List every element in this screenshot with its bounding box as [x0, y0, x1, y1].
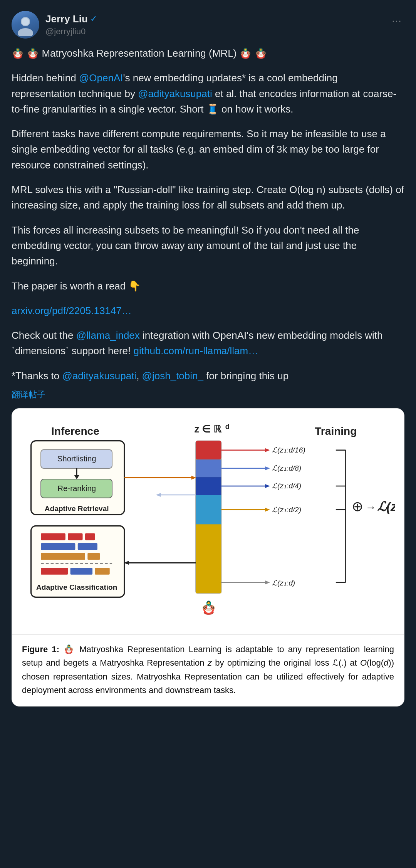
svg-rect-15 — [85, 533, 95, 540]
svg-rect-14 — [68, 533, 82, 540]
tweet-para-1: Hidden behind @OpenAI's new embedding up… — [12, 70, 404, 117]
svg-rect-22 — [70, 568, 92, 575]
svg-rect-18 — [41, 553, 85, 560]
figure-caption-text: Figure 1: 🪆 Matryoshka Representation Le… — [22, 643, 394, 697]
svg-text:ℒ(z₁:d/2): ℒ(z₁:d/2) — [272, 506, 301, 514]
svg-text:ℒ(z₁:d/8): ℒ(z₁:d/8) — [272, 464, 301, 473]
tweet-para-3: MRL solves this with a "Russian-doll" li… — [12, 182, 404, 213]
svg-text:Re-ranking: Re-ranking — [57, 484, 96, 493]
svg-rect-30 — [196, 477, 221, 495]
mention-adityakusupati[interactable]: @adityakusupati — [138, 88, 212, 99]
svg-marker-48 — [265, 508, 270, 511]
svg-text:🪆: 🪆 — [201, 600, 217, 616]
tweet-header-left: Jerry Liu ✓ @jerryjliu0 — [12, 11, 97, 39]
svg-text:ℒ(z₁:d/16): ℒ(z₁:d/16) — [272, 446, 305, 454]
svg-rect-28 — [196, 441, 221, 459]
svg-point-1 — [18, 28, 33, 36]
tweet-para-5: The paper is worth a read 👇 — [12, 278, 404, 294]
svg-text:ℒ(z₁:d): ℒ(z₁:d) — [272, 579, 295, 587]
github-link[interactable]: github.com/run-llama/llam… — [133, 345, 258, 357]
svg-text:Adaptive Retrieval: Adaptive Retrieval — [45, 505, 109, 513]
tweet-header: Jerry Liu ✓ @jerryjliu0 ··· — [12, 11, 404, 39]
figure-diagram: Inference Shortlisting Re-ranking — [12, 409, 404, 634]
more-options-button[interactable]: ··· — [389, 11, 404, 30]
svg-marker-42 — [265, 484, 270, 488]
svg-text:z ∈ ℝ: z ∈ ℝ — [195, 424, 222, 434]
svg-rect-16 — [41, 543, 75, 550]
svg-rect-32 — [196, 525, 221, 594]
user-name[interactable]: Jerry Liu — [45, 13, 88, 25]
svg-rect-17 — [78, 543, 97, 550]
user-name-row: Jerry Liu ✓ — [45, 13, 97, 25]
svg-text:Inference: Inference — [51, 425, 99, 437]
svg-marker-39 — [265, 466, 270, 470]
mention-openai[interactable]: @OpenAI — [79, 72, 123, 84]
mention-llama-index[interactable]: @llama_index — [76, 330, 140, 341]
svg-text:d: d — [225, 423, 230, 431]
verified-badge: ✓ — [90, 14, 97, 24]
svg-text:Shortlisting: Shortlisting — [57, 454, 96, 463]
tweet-para-2: Different tasks have different compute r… — [12, 126, 404, 173]
svg-marker-55 — [265, 580, 270, 584]
tweet-content: 🪆 🪆 Matryoshka Representation Learning (… — [12, 45, 404, 707]
svg-point-2 — [22, 18, 29, 25]
tweet-thanks: *Thanks to @adityakusupati, @josh_tobin_… — [12, 368, 404, 384]
svg-text:Training: Training — [315, 425, 357, 437]
mrl-diagram: Inference Shortlisting Re-ranking — [21, 420, 395, 627]
svg-rect-13 — [41, 533, 65, 540]
arxiv-link[interactable]: arxiv.org/pdf/2205.13147… — [12, 305, 132, 316]
svg-text:→: → — [365, 501, 376, 513]
mention-josh-tobin[interactable]: @josh_tobin_ — [142, 370, 203, 382]
svg-rect-21 — [41, 568, 68, 575]
tweet-container: Jerry Liu ✓ @jerryjliu0 ··· 🪆 🪆 Matryosh… — [0, 0, 416, 714]
svg-text:ℒ(z): ℒ(z) — [377, 500, 395, 514]
svg-rect-29 — [196, 459, 221, 477]
mention-adityakusupati2[interactable]: @adityakusupati — [62, 370, 137, 382]
tweet-arxiv-link: arxiv.org/pdf/2205.13147… — [12, 303, 404, 318]
avatar[interactable] — [12, 11, 39, 39]
svg-rect-19 — [87, 553, 100, 560]
svg-text:ℒ(z₁:d/4): ℒ(z₁:d/4) — [272, 482, 301, 490]
tweet-title: 🪆 🪆 Matryoshka Representation Learning (… — [12, 45, 404, 61]
figure-card: Inference Shortlisting Re-ranking — [12, 408, 404, 707]
svg-text:⊕: ⊕ — [352, 499, 363, 514]
user-handle[interactable]: @jerryjliu0 — [45, 27, 97, 37]
svg-marker-62 — [156, 493, 161, 497]
svg-text:Adaptive Classification: Adaptive Classification — [36, 583, 117, 591]
tweet-para-4: This forces all increasing subsets to be… — [12, 222, 404, 269]
figure-caption: Figure 1: 🪆 Matryoshka Representation Le… — [12, 634, 404, 706]
svg-rect-23 — [95, 568, 109, 575]
translate-link[interactable]: 翻译帖子 — [12, 388, 404, 401]
svg-marker-36 — [265, 448, 270, 452]
user-info: Jerry Liu ✓ @jerryjliu0 — [45, 13, 97, 37]
svg-rect-31 — [196, 495, 221, 525]
tweet-para-6: Check out the @llama_index integration w… — [12, 328, 404, 359]
